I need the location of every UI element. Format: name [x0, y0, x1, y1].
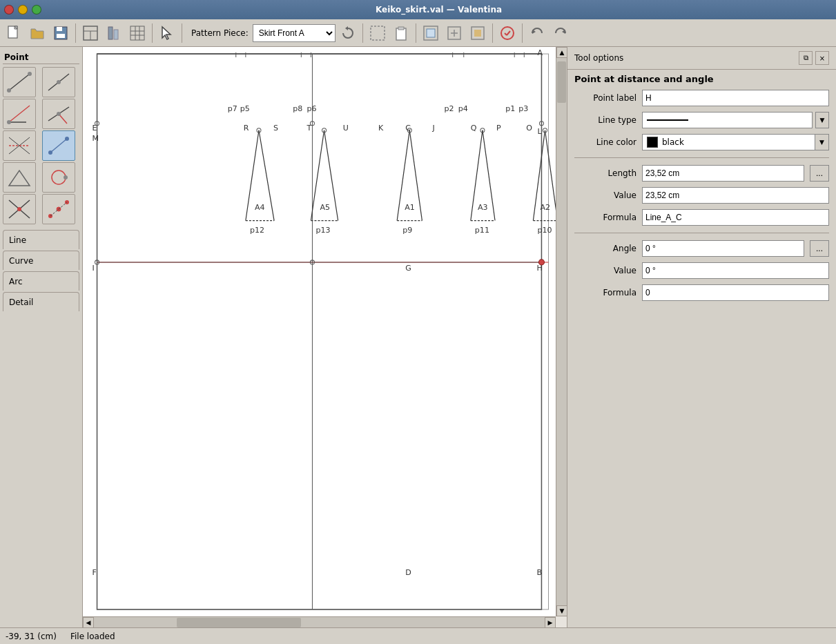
length-value-input[interactable]	[642, 165, 804, 182]
scroll-thumb-vertical[interactable]	[557, 61, 566, 103]
scroll-track-vertical[interactable]	[556, 58, 567, 605]
value-angle-label: Value	[574, 266, 636, 275]
formula-angle-input[interactable]	[642, 284, 829, 301]
select-tool[interactable]	[156, 22, 178, 44]
vertical-scrollbar[interactable]: ▲ ▼	[556, 47, 567, 616]
tool-intersect[interactable]	[3, 194, 36, 224]
svg-text:M: M	[93, 134, 99, 143]
open-button[interactable]	[26, 22, 48, 44]
tool-distance-angle[interactable]	[42, 130, 75, 161]
value-length-input[interactable]	[642, 187, 829, 204]
close-button[interactable]	[4, 5, 14, 14]
grid-toggle[interactable]	[367, 22, 389, 44]
svg-rect-21	[427, 29, 435, 37]
tool-shoulder[interactable]	[3, 99, 36, 129]
main-area: Point	[0, 47, 836, 627]
line-color-select[interactable]: black	[642, 134, 815, 150]
horizontal-scrollbar[interactable]: ◀ ▶	[83, 616, 556, 627]
canvas-area[interactable]: p12 A4 p13 A5 p9 A1	[83, 47, 567, 627]
svg-point-34	[28, 72, 32, 76]
svg-rect-8	[108, 27, 113, 39]
svg-line-29	[507, 31, 510, 35]
separator-1	[75, 23, 76, 43]
length-dots-button[interactable]: ...	[810, 165, 829, 182]
svg-text:E: E	[93, 124, 97, 133]
save-button[interactable]	[50, 22, 72, 44]
scroll-down-button[interactable]: ▼	[556, 605, 567, 616]
new-button[interactable]	[3, 22, 25, 44]
value-length-label: Value	[574, 191, 636, 200]
history-button[interactable]	[103, 22, 125, 44]
pattern-piece-select[interactable]: Skirt Front A	[253, 24, 336, 42]
svg-point-51	[64, 175, 68, 179]
window-title: Keiko_skirt.val — Valentina	[46, 5, 832, 14]
svg-text:S: S	[273, 124, 278, 133]
scroll-right-button[interactable]: ▶	[545, 617, 556, 628]
svg-point-36	[57, 80, 61, 84]
formula-angle-row: Formula	[567, 282, 836, 304]
line-type-dropdown[interactable]: ▼	[815, 112, 829, 128]
tab-arc[interactable]: Arc	[3, 271, 79, 291]
svg-text:F: F	[93, 568, 97, 577]
svg-text:D: D	[405, 568, 411, 577]
tool-normal[interactable]	[42, 99, 75, 129]
point-label-label: Point label	[574, 93, 636, 103]
svg-rect-9	[114, 30, 118, 39]
zoom-custom[interactable]	[443, 22, 465, 44]
svg-text:I: I	[93, 264, 95, 273]
svg-text:P: P	[496, 124, 501, 133]
right-panel: Tool options ⧉ × Point at distance and a…	[567, 47, 836, 627]
tab-bar: Line Curve Arc Detail	[3, 230, 79, 311]
zoom-fit[interactable]	[420, 22, 442, 44]
tool-point-on-arc[interactable]	[42, 162, 75, 193]
svg-text:Q: Q	[471, 124, 477, 133]
svg-text:J: J	[431, 124, 434, 133]
svg-text:O: O	[526, 124, 532, 133]
undo-button[interactable]	[526, 22, 548, 44]
svg-line-37	[9, 106, 30, 122]
svg-rect-10	[130, 26, 144, 40]
svg-point-54	[17, 207, 21, 211]
tool-bisector[interactable]	[3, 130, 36, 161]
minimize-button[interactable]	[18, 5, 28, 14]
svg-text:A2: A2	[540, 203, 550, 212]
tool-midpoint[interactable]	[42, 194, 75, 224]
zoom-page[interactable]	[467, 22, 489, 44]
svg-line-32	[9, 74, 30, 90]
separator-6	[492, 23, 493, 43]
svg-marker-15	[162, 27, 171, 39]
tool-line-point[interactable]	[3, 67, 36, 97]
drawing-canvas[interactable]: p12 A4 p13 A5 p9 A1	[83, 47, 556, 616]
svg-marker-16	[345, 26, 348, 30]
angle-value-input[interactable]	[642, 240, 804, 257]
validate-button[interactable]	[496, 22, 518, 44]
maximize-button[interactable]	[32, 5, 41, 14]
tool-along-line[interactable]	[42, 67, 75, 97]
panel-close-button[interactable]: ×	[815, 51, 829, 65]
scroll-up-button[interactable]: ▲	[556, 47, 567, 58]
point-label-row: Point label	[567, 87, 836, 109]
svg-rect-18	[396, 28, 406, 40]
tab-line[interactable]: Line	[3, 230, 79, 249]
line-color-dropdown[interactable]: ▼	[815, 134, 829, 150]
scroll-thumb-horizontal[interactable]	[177, 618, 301, 627]
layout-button[interactable]	[79, 22, 101, 44]
scroll-track-horizontal[interactable]	[94, 617, 545, 628]
point-label-input[interactable]	[642, 90, 829, 106]
rotate-button[interactable]	[337, 22, 359, 44]
tab-curve[interactable]: Curve	[3, 251, 79, 270]
grid-button[interactable]	[126, 22, 148, 44]
redo-button[interactable]	[550, 22, 572, 44]
clipboard-button[interactable]	[390, 22, 412, 44]
angle-dots-button[interactable]: ...	[810, 240, 829, 257]
tool-options-header-text: Tool options	[574, 53, 623, 63]
tab-detail[interactable]: Detail	[3, 292, 79, 311]
scroll-left-button[interactable]: ◀	[83, 617, 94, 628]
formula-length-label: Formula	[574, 213, 636, 222]
formula-length-input[interactable]	[642, 209, 829, 226]
panel-float-button[interactable]: ⧉	[799, 51, 813, 65]
svg-rect-17	[371, 26, 385, 40]
tool-triangle[interactable]	[3, 162, 36, 193]
value-angle-input[interactable]	[642, 262, 829, 279]
svg-text:p12: p12	[250, 226, 264, 235]
